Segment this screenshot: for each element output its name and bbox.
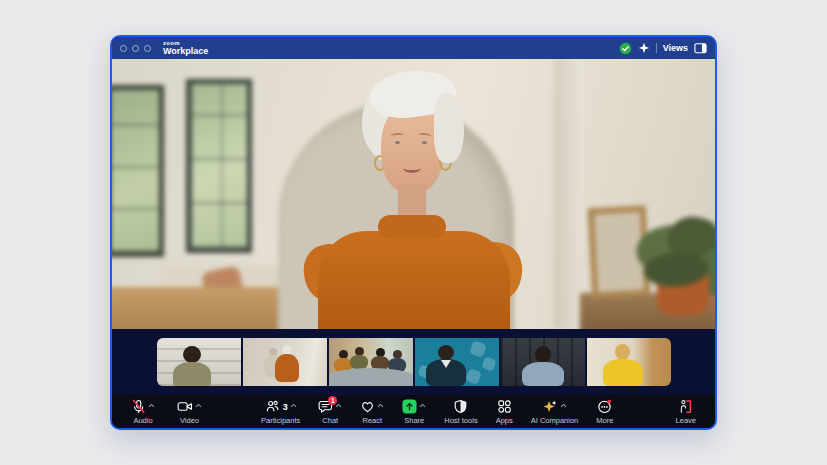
thumb-hexagon-pattern xyxy=(465,368,482,385)
participants-label: Participants xyxy=(261,416,300,425)
leave-meeting-icon xyxy=(678,399,693,414)
shield-icon xyxy=(453,399,468,414)
views-label[interactable]: Views xyxy=(663,43,688,53)
participant-thumbnail-2[interactable] xyxy=(243,338,327,386)
thumb-hexagon-pattern xyxy=(469,340,487,358)
participant-count: 3 xyxy=(283,402,288,412)
thumb-person-torso xyxy=(603,359,643,386)
toolbar-center-group: 3 Participants 1 xyxy=(254,398,620,426)
chat-bubble-icon: 1 xyxy=(318,399,333,414)
titlebar: zoom Workplace Views xyxy=(112,37,715,59)
speaker-person xyxy=(112,59,715,329)
apps-button[interactable]: Apps xyxy=(489,398,520,426)
react-button[interactable]: React xyxy=(353,398,391,426)
more-button[interactable]: More xyxy=(589,398,620,426)
participant-thumbnail-4[interactable] xyxy=(415,338,499,386)
chevron-up-icon[interactable] xyxy=(419,394,426,412)
chat-button[interactable]: 1 Chat xyxy=(311,398,349,426)
thumb-person-torso xyxy=(275,354,299,382)
apps-label: Apps xyxy=(496,416,513,425)
window-maximize-button[interactable] xyxy=(144,45,151,52)
video-label: Video xyxy=(180,416,199,425)
mic-muted-icon xyxy=(131,399,146,414)
thumb-person-torso xyxy=(522,362,564,386)
apps-grid-icon xyxy=(497,399,512,414)
host-tools-label: Host tools xyxy=(444,416,477,425)
ai-sparkle-icon[interactable] xyxy=(638,42,650,54)
logo-workplace-text: Workplace xyxy=(163,47,208,56)
video-button[interactable]: Video xyxy=(170,398,209,426)
zoom-meeting-window: zoom Workplace Views xyxy=(110,35,717,430)
window-close-button[interactable] xyxy=(120,45,127,52)
speaker-orange-top xyxy=(318,231,510,329)
chevron-up-icon[interactable] xyxy=(148,394,155,412)
window-controls xyxy=(120,45,151,52)
thumb-hexagon-pattern xyxy=(481,356,496,371)
chat-label: Chat xyxy=(322,416,338,425)
toolbar-left-group: Audio Video xyxy=(124,398,209,426)
host-tools-button[interactable]: Host tools xyxy=(437,398,484,426)
titlebar-right-controls: Views xyxy=(619,42,707,55)
heart-icon xyxy=(360,399,375,414)
encryption-shield-icon[interactable] xyxy=(619,42,632,55)
audio-label: Audio xyxy=(133,416,152,425)
participants-button[interactable]: 3 Participants xyxy=(254,398,307,426)
chevron-up-icon[interactable] xyxy=(377,394,384,412)
thumb-shirt-collar xyxy=(441,360,451,368)
leave-button[interactable]: Leave xyxy=(669,398,703,426)
speaker-hair-side xyxy=(434,93,464,163)
leave-label: Leave xyxy=(676,416,696,425)
meeting-toolbar: Audio Video xyxy=(112,395,715,428)
more-ellipsis-icon xyxy=(597,399,612,414)
window-minimize-button[interactable] xyxy=(132,45,139,52)
ai-companion-button[interactable]: AI Companion xyxy=(524,398,586,426)
ai-companion-sparkle-icon xyxy=(542,399,558,414)
thumb-person-head xyxy=(535,346,551,363)
ai-companion-label: AI Companion xyxy=(531,416,579,425)
chevron-up-icon[interactable] xyxy=(290,394,297,412)
participant-thumbnail-3[interactable] xyxy=(329,338,413,386)
participant-filmstrip xyxy=(112,329,715,395)
participants-icon xyxy=(265,399,280,414)
thumb-person-head xyxy=(615,344,630,360)
thumb-conference-table xyxy=(329,368,413,386)
share-screen-icon xyxy=(402,399,417,414)
share-label: Share xyxy=(404,416,424,425)
speaker-eye xyxy=(422,141,427,144)
thumb-person-torso xyxy=(350,355,368,369)
main-speaker-video[interactable] xyxy=(112,59,715,329)
speaker-smile xyxy=(403,163,421,173)
zoom-workplace-logo: zoom Workplace xyxy=(163,40,208,56)
audio-button[interactable]: Audio xyxy=(124,398,162,426)
participant-thumbnail-6[interactable] xyxy=(587,338,671,386)
chevron-up-icon[interactable] xyxy=(560,394,567,412)
thumbnail-strip xyxy=(157,338,671,386)
thumb-person-torso xyxy=(173,362,211,386)
camera-icon xyxy=(177,399,193,414)
chat-unread-badge: 1 xyxy=(328,396,337,405)
more-label: More xyxy=(596,416,613,425)
react-label: React xyxy=(362,416,382,425)
chevron-up-icon[interactable] xyxy=(195,394,202,412)
speaker-eye xyxy=(395,141,400,144)
views-layout-icon[interactable] xyxy=(694,42,707,54)
share-button[interactable]: Share xyxy=(395,398,433,426)
thumb-person-head xyxy=(438,345,454,360)
thumb-person-head xyxy=(183,346,201,363)
titlebar-divider xyxy=(656,43,657,53)
speaker-neck-ruffle xyxy=(378,215,446,239)
participant-thumbnail-1[interactable] xyxy=(157,338,241,386)
participant-thumbnail-5[interactable] xyxy=(501,338,585,386)
